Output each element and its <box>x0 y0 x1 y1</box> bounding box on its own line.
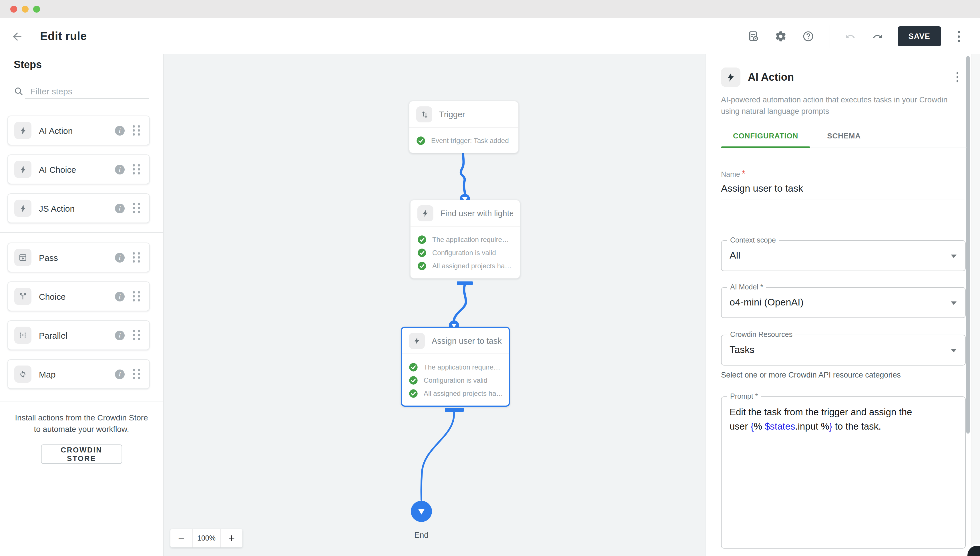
required-asterisk: * <box>742 169 745 178</box>
drag-handle[interactable] <box>133 252 141 263</box>
chevron-down-icon <box>951 301 957 305</box>
filter-steps-field[interactable] <box>14 83 149 99</box>
step-label: AI Choice <box>39 165 115 174</box>
activity-log-icon[interactable] <box>744 27 763 46</box>
gear-icon[interactable] <box>771 27 791 46</box>
drag-handle[interactable] <box>133 164 141 175</box>
bolt-icon <box>417 205 434 221</box>
info-icon[interactable]: i <box>115 291 125 301</box>
node-find-user[interactable]: Find user with lighte… The application r… <box>410 200 520 278</box>
scrollbar-thumb[interactable] <box>966 56 970 433</box>
node-check: Configuration is valid <box>409 376 502 385</box>
header-actions: SAVE <box>744 18 967 54</box>
drag-handle[interactable] <box>133 369 141 379</box>
info-icon[interactable]: i <box>115 330 125 340</box>
bolt-icon <box>409 333 425 349</box>
ai-model-select[interactable]: AI Model * o4-mini (OpenAI) <box>721 287 966 318</box>
node-trigger[interactable]: Trigger Event trigger: Task added <box>409 101 519 153</box>
drag-handle[interactable] <box>133 203 141 213</box>
scrollbar-track[interactable] <box>971 54 980 556</box>
tab-configuration[interactable]: CONFIGURATION <box>721 124 810 147</box>
node-check: All assigned projects ha… <box>409 389 502 398</box>
context-scope-select[interactable]: Context scope All <box>721 240 966 271</box>
select-value: Tasks <box>730 344 754 356</box>
pass-icon <box>14 249 31 266</box>
zoom-control: − 100% + <box>170 529 242 548</box>
prompt-value[interactable]: Edit the task from the trigger and assig… <box>730 405 957 433</box>
zoom-in-button[interactable]: + <box>220 529 242 548</box>
minimize-button[interactable] <box>22 5 29 12</box>
select-value: All <box>730 250 740 262</box>
filter-underline <box>25 99 149 99</box>
node-check: The application require… <box>409 363 502 372</box>
node-check: Event trigger: Task added <box>416 136 511 145</box>
tab-label: SCHEMA <box>827 131 861 140</box>
zoom-out-button[interactable]: − <box>170 529 192 548</box>
bolt-icon <box>14 161 31 178</box>
drag-handle[interactable] <box>133 125 141 136</box>
crowdin-store-button[interactable]: CROWDIN STORE <box>41 444 122 464</box>
inspector-description: AI-powered automation action that execut… <box>721 94 961 117</box>
step-item-pass[interactable]: Pass i <box>7 242 150 272</box>
step-item-choice[interactable]: Choice i <box>7 281 150 311</box>
redo-button[interactable] <box>868 27 887 46</box>
select-label: Crowdin Resources <box>727 331 795 339</box>
node-assign-user[interactable]: Assign user to task The application requ… <box>401 326 510 407</box>
drag-handle[interactable] <box>133 291 141 301</box>
step-item-ai-choice[interactable]: AI Choice i <box>7 154 150 184</box>
info-icon[interactable]: i <box>115 126 125 135</box>
choice-split-icon <box>14 288 31 305</box>
bolt-icon <box>14 122 31 139</box>
sidebar-divider <box>0 402 163 402</box>
active-tab-indicator <box>721 146 810 148</box>
inspector-title: AI Action <box>748 71 956 84</box>
swap-vert-icon <box>416 107 432 123</box>
step-label: AI Action <box>39 126 115 135</box>
step-item-js-action[interactable]: JS Action i <box>7 193 150 223</box>
zoom-button[interactable] <box>33 5 40 12</box>
name-value[interactable]: Assign user to task <box>721 183 965 194</box>
workflow-canvas[interactable]: Trigger Event trigger: Task added <box>163 54 706 556</box>
node-title: Find user with lighte… <box>440 209 513 218</box>
sidebar-divider <box>0 232 163 233</box>
select-label: Context scope <box>727 236 779 244</box>
sidebar-title: Steps <box>14 59 42 71</box>
info-icon[interactable]: i <box>115 165 125 174</box>
name-field[interactable]: Name* Assign user to task <box>721 169 965 200</box>
end-label: End <box>414 530 429 540</box>
name-label: Name <box>721 170 740 178</box>
app-window: Edit rule <box>0 0 980 556</box>
chat-bubble-button[interactable] <box>967 546 980 556</box>
parallel-icon <box>14 326 31 344</box>
back-button[interactable] <box>7 26 27 47</box>
header-kebab-menu[interactable] <box>950 27 967 46</box>
bolt-icon <box>721 68 740 87</box>
page-header: Edit rule <box>0 18 980 55</box>
node-check: The application require… <box>417 235 513 244</box>
chevron-down-icon <box>951 349 957 352</box>
info-icon[interactable]: i <box>115 252 125 262</box>
info-icon[interactable]: i <box>115 204 125 213</box>
step-item-map[interactable]: Map i <box>7 359 150 389</box>
step-item-ai-action[interactable]: AI Action i <box>7 116 150 145</box>
node-check: All assigned projects ha… <box>417 262 513 271</box>
filter-steps-input[interactable] <box>29 86 149 96</box>
info-icon[interactable]: i <box>115 369 125 379</box>
zoom-level: 100% <box>192 529 220 548</box>
prompt-field[interactable]: Prompt * Edit the task from the trigger … <box>721 396 966 549</box>
close-button[interactable] <box>10 5 17 12</box>
bolt-icon <box>14 200 31 217</box>
inspector-kebab-menu[interactable] <box>956 71 958 84</box>
help-icon[interactable] <box>799 27 818 46</box>
step-item-parallel[interactable]: Parallel i <box>7 320 150 350</box>
page-title: Edit rule <box>40 30 87 43</box>
drag-handle[interactable] <box>133 330 141 340</box>
crowdin-resources-select[interactable]: Crowdin Resources Tasks <box>721 335 966 365</box>
name-underline <box>721 200 965 200</box>
check-icon <box>416 136 426 145</box>
undo-button[interactable] <box>840 27 860 46</box>
prompt-label: Prompt * <box>727 393 761 401</box>
tab-schema[interactable]: SCHEMA <box>810 124 878 147</box>
save-button[interactable]: SAVE <box>898 26 941 46</box>
chevron-down-icon <box>951 255 957 258</box>
